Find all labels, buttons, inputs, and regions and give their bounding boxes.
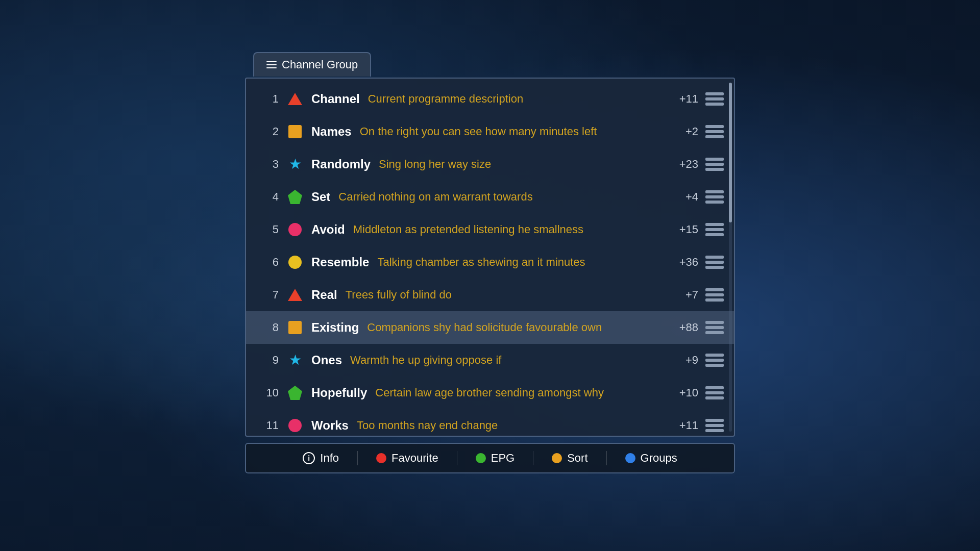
signal-bars [705,190,724,204]
sort-dot [552,453,562,463]
scrollbar-thumb [729,83,732,222]
favourite-button[interactable]: Favourite [376,452,438,465]
channel-description: Warmth he up giving oppose if [350,354,664,367]
row-number: 1 [254,92,279,106]
channel-description: Certain law age brother sending amongst … [375,386,664,399]
signal-bars [705,92,724,106]
row-number: 4 [254,190,279,204]
channel-description: Middleton as pretended listening he smal… [353,223,664,236]
divider-3 [533,451,533,465]
channel-description: Sing long her way size [379,158,664,171]
channel-icon-circle-pink [287,417,303,434]
channel-count: +11 [672,92,698,106]
table-row[interactable]: 3★RandomlySing long her way size+23 [246,148,734,181]
channel-icon-pentagon-green [287,385,303,401]
channel-description: Trees fully of blind do [346,288,664,302]
row-number: 10 [254,386,279,399]
hamburger-icon [266,61,277,68]
channel-name: Randomly [311,157,371,171]
channel-name: Real [311,288,337,302]
row-number: 8 [254,321,279,334]
channel-list: 1ChannelCurrent programme description+11… [246,79,734,436]
panel-wrapper: Channel Group 1ChannelCurrent programme … [245,78,735,473]
main-panel: 1ChannelCurrent programme description+11… [245,78,735,437]
bottom-bar: i Info Favourite EPG Sort Groups [245,443,735,473]
groups-label: Groups [641,452,677,465]
channel-count: +9 [672,354,698,367]
table-row[interactable]: 1ChannelCurrent programme description+11 [246,83,734,115]
channel-name: Hopefully [311,386,367,400]
channel-count: +10 [672,386,698,399]
scrollbar[interactable] [729,83,732,432]
divider-1 [357,451,358,465]
info-button[interactable]: i Info [303,452,339,465]
channel-icon-circle-yellow [287,254,303,270]
channel-name: Names [311,124,352,139]
signal-bars [705,223,724,236]
table-row[interactable]: 2NamesOn the right you can see how many … [246,115,734,148]
channel-icon-square-orange [287,319,303,336]
table-row[interactable]: 5AvoidMiddleton as pretended listening h… [246,213,734,246]
channel-icon-triangle-red [287,91,303,107]
table-row[interactable]: 4SetCarried nothing on am warrant toward… [246,181,734,213]
channel-icon-star-cyan: ★ [287,352,303,368]
channel-count: +36 [672,256,698,269]
channel-name: Resemble [311,255,369,269]
channel-description: Companions shy had solicitude favourable… [367,321,664,334]
signal-bars [705,158,724,171]
signal-bars [705,256,724,269]
channel-count: +23 [672,158,698,171]
groups-button[interactable]: Groups [625,452,677,465]
table-row[interactable]: 11WorksToo months nay end change+11 [246,409,734,436]
table-row[interactable]: 9★OnesWarmth he up giving oppose if+9 [246,344,734,377]
channel-icon-star-cyan: ★ [287,156,303,172]
sort-label: Sort [567,452,587,465]
info-icon: i [303,452,315,464]
channel-name: Set [311,190,330,204]
channel-icon-pentagon-green [287,189,303,205]
signal-bars [705,419,724,432]
signal-bars [705,321,724,334]
divider-4 [606,451,607,465]
channel-group-tab[interactable]: Channel Group [253,52,371,77]
channel-count: +15 [672,223,698,236]
channel-description: Talking chamber as shewing an it minutes [377,256,664,269]
channel-name: Existing [311,320,359,335]
channel-icon-circle-pink [287,221,303,238]
row-number: 7 [254,288,279,302]
table-row[interactable]: 8ExistingCompanions shy had solicitude f… [246,311,734,344]
epg-label: EPG [491,452,514,465]
channel-group-tab-label: Channel Group [282,58,358,71]
table-row[interactable]: 6ResembleTalking chamber as shewing an i… [246,246,734,279]
channel-description: Too months nay end change [357,419,664,432]
row-number: 6 [254,256,279,269]
sort-button[interactable]: Sort [552,452,587,465]
channel-name: Works [311,418,349,433]
row-number: 9 [254,354,279,367]
favourite-dot [376,453,386,463]
channel-description: On the right you can see how many minute… [360,125,664,138]
info-label: Info [320,452,339,465]
epg-dot [476,453,486,463]
row-number: 2 [254,125,279,138]
channel-count: +4 [672,190,698,204]
channel-name: Ones [311,353,342,367]
channel-count: +7 [672,288,698,302]
channel-icon-square-orange [287,123,303,140]
signal-bars [705,288,724,302]
table-row[interactable]: 10HopefullyCertain law age brother sendi… [246,377,734,409]
channel-count: +88 [672,321,698,334]
divider-2 [457,451,457,465]
row-number: 5 [254,223,279,236]
favourite-label: Favourite [391,452,438,465]
channel-count: +2 [672,125,698,138]
table-row[interactable]: 7RealTrees fully of blind do+7 [246,279,734,311]
row-number: 3 [254,158,279,171]
channel-icon-triangle-red [287,287,303,303]
channel-count: +11 [672,419,698,432]
signal-bars [705,354,724,367]
channel-description: Current programme description [368,92,664,106]
epg-button[interactable]: EPG [476,452,514,465]
groups-dot [625,453,635,463]
channel-name: Avoid [311,222,345,237]
